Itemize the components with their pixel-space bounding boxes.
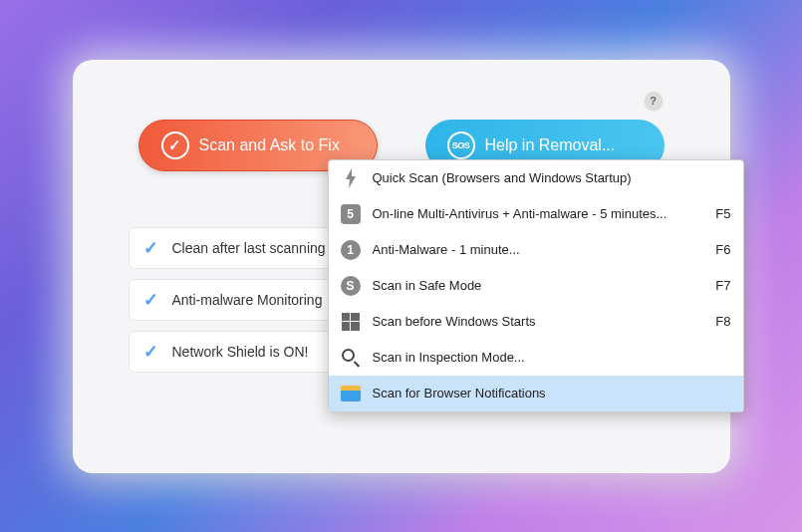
menu-item-antimalware-1m[interactable]: 1 Anti-Malware - 1 minute... F6 bbox=[329, 232, 743, 268]
menu-shortcut: F6 bbox=[715, 242, 730, 257]
help-in-removal-label: Help in Removal... bbox=[485, 136, 616, 154]
menu-item-quick-scan[interactable]: Quick Scan (Browsers and Windows Startup… bbox=[329, 160, 743, 196]
menu-shortcut: F5 bbox=[715, 206, 730, 221]
menu-item-label: Quick Scan (Browsers and Windows Startup… bbox=[373, 170, 731, 185]
check-icon: ✓ bbox=[143, 289, 158, 311]
menu-item-label: Scan for Browser Notifications bbox=[373, 386, 731, 400]
check-icon: ✓ bbox=[143, 237, 158, 259]
menu-item-safe-mode[interactable]: S Scan in Safe Mode F7 bbox=[329, 268, 743, 304]
magnifier-icon bbox=[341, 348, 361, 368]
menu-item-label: Scan in Inspection Mode... bbox=[373, 350, 731, 365]
badge-1-icon: 1 bbox=[341, 240, 361, 260]
menu-shortcut: F8 bbox=[715, 314, 730, 329]
menu-shortcut: F7 bbox=[715, 278, 730, 293]
scan-dropdown-menu: Quick Scan (Browsers and Windows Startup… bbox=[328, 159, 744, 412]
check-icon: ✓ bbox=[143, 341, 158, 363]
browser-icon bbox=[341, 384, 361, 403]
check-circle-icon bbox=[161, 132, 189, 159]
menu-item-label: Scan in Safe Mode bbox=[373, 278, 696, 293]
sos-icon: SOS bbox=[447, 132, 475, 159]
badge-5-icon: 5 bbox=[341, 204, 361, 224]
menu-item-online-multi[interactable]: 5 On-line Multi-Antivirus + Anti-malware… bbox=[329, 196, 743, 232]
menu-item-label: Anti-Malware - 1 minute... bbox=[373, 242, 696, 257]
badge-s-icon: S bbox=[341, 276, 361, 296]
menu-item-before-windows[interactable]: Scan before Windows Starts F8 bbox=[329, 304, 743, 340]
main-panel: ? Scan and Ask to Fix SOS Help in Remova… bbox=[73, 60, 730, 473]
status-network-label: Network Shield is ON! bbox=[172, 344, 309, 360]
menu-item-browser-notifications[interactable]: Scan for Browser Notifications bbox=[329, 376, 743, 411]
menu-item-label: On-line Multi-Antivirus + Anti-malware -… bbox=[373, 206, 696, 221]
status-clean-label: Clean after last scanning bbox=[172, 240, 326, 256]
status-antimalware-label: Anti-malware Monitoring bbox=[172, 292, 323, 308]
help-icon[interactable]: ? bbox=[645, 92, 663, 110]
bolt-icon bbox=[341, 168, 361, 188]
scan-and-fix-label: Scan and Ask to Fix bbox=[199, 136, 340, 154]
menu-item-inspection[interactable]: Scan in Inspection Mode... bbox=[329, 340, 743, 376]
windows-icon bbox=[341, 312, 361, 332]
menu-item-label: Scan before Windows Starts bbox=[373, 314, 696, 329]
